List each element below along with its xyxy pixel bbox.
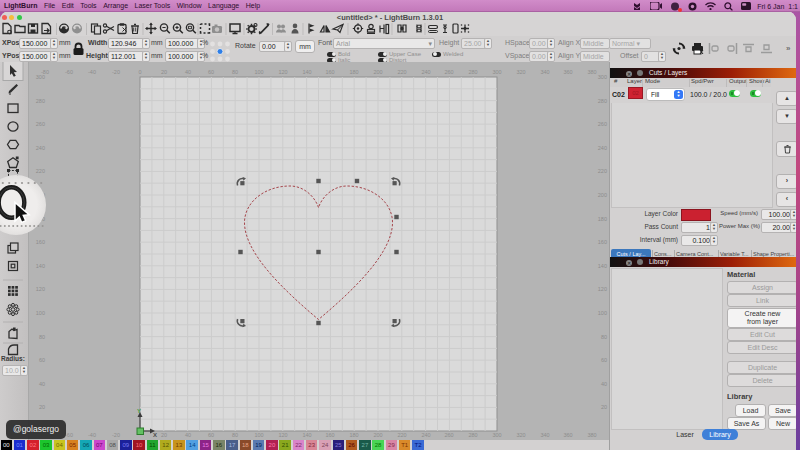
svg-text:100: 100 <box>254 432 263 438</box>
svg-text:X: X <box>153 432 157 438</box>
svg-text:40: 40 <box>39 381 45 387</box>
svg-text:-40: -40 <box>88 432 96 438</box>
svg-text:260: 260 <box>598 121 607 127</box>
svg-text:120: 120 <box>598 286 607 292</box>
svg-text:380: 380 <box>587 69 596 75</box>
svg-text:300: 300 <box>492 69 501 75</box>
svg-text:20: 20 <box>601 404 607 410</box>
svg-text:220: 220 <box>598 168 607 174</box>
svg-text:120: 120 <box>278 432 287 438</box>
svg-text:-60: -60 <box>65 69 73 75</box>
svg-text:320: 320 <box>516 432 525 438</box>
svg-text:80: 80 <box>601 334 607 340</box>
svg-text:40: 40 <box>185 432 191 438</box>
svg-text:160: 160 <box>325 432 334 438</box>
svg-text:20: 20 <box>161 432 167 438</box>
svg-text:100: 100 <box>254 69 263 75</box>
svg-text:120: 120 <box>278 69 287 75</box>
svg-text:220: 220 <box>397 432 406 438</box>
svg-text:40: 40 <box>185 69 191 75</box>
svg-text:-20: -20 <box>112 69 120 75</box>
svg-text:60: 60 <box>208 69 214 75</box>
svg-text:-20: -20 <box>112 432 120 438</box>
svg-text:200: 200 <box>373 69 382 75</box>
svg-text:80: 80 <box>232 69 238 75</box>
svg-text:-40: -40 <box>88 69 96 75</box>
svg-text:360: 360 <box>563 69 572 75</box>
svg-text:260: 260 <box>444 432 453 438</box>
svg-text:140: 140 <box>598 263 607 269</box>
svg-text:140: 140 <box>302 69 311 75</box>
svg-text:60: 60 <box>208 432 214 438</box>
svg-text:280: 280 <box>468 69 477 75</box>
svg-text:140: 140 <box>302 432 311 438</box>
svg-text:360: 360 <box>563 432 572 438</box>
svg-text:0: 0 <box>138 69 141 75</box>
svg-text:20: 20 <box>161 69 167 75</box>
svg-text:320: 320 <box>516 69 525 75</box>
svg-text:80: 80 <box>39 334 45 340</box>
svg-text:240: 240 <box>598 145 607 151</box>
svg-text:260: 260 <box>444 69 453 75</box>
svg-text:200: 200 <box>373 432 382 438</box>
svg-text:140: 140 <box>36 263 45 269</box>
svg-text:380: 380 <box>587 432 596 438</box>
svg-text:60: 60 <box>39 357 45 363</box>
svg-text:180: 180 <box>598 216 607 222</box>
svg-text:200: 200 <box>598 192 607 198</box>
svg-text:100: 100 <box>598 310 607 316</box>
svg-text:180: 180 <box>349 69 358 75</box>
svg-text:260: 260 <box>36 121 45 127</box>
svg-text:160: 160 <box>325 69 334 75</box>
svg-text:180: 180 <box>349 432 358 438</box>
svg-text:80: 80 <box>232 432 238 438</box>
svg-text:340: 340 <box>540 69 549 75</box>
svg-text:280: 280 <box>36 98 45 104</box>
svg-text:Y: Y <box>137 408 141 414</box>
svg-text:120: 120 <box>36 286 45 292</box>
svg-text:100: 100 <box>36 310 45 316</box>
svg-text:300: 300 <box>492 432 501 438</box>
svg-text:220: 220 <box>397 69 406 75</box>
svg-text:240: 240 <box>36 145 45 151</box>
svg-text:280: 280 <box>468 432 477 438</box>
svg-text:240: 240 <box>421 432 430 438</box>
svg-text:280: 280 <box>598 98 607 104</box>
svg-text:340: 340 <box>540 432 549 438</box>
svg-text:20: 20 <box>39 404 45 410</box>
svg-text:160: 160 <box>598 239 607 245</box>
svg-text:300: 300 <box>36 74 45 80</box>
svg-text:40: 40 <box>601 381 607 387</box>
svg-text:240: 240 <box>421 69 430 75</box>
svg-text:300: 300 <box>598 74 607 80</box>
svg-text:60: 60 <box>601 357 607 363</box>
svg-text:-60: -60 <box>65 432 73 438</box>
